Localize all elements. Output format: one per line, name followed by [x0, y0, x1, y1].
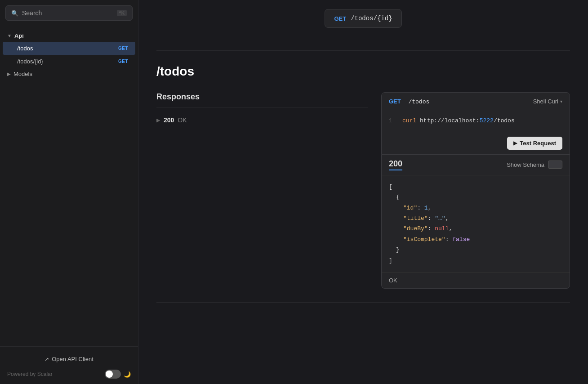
response-status: OK [178, 116, 187, 124]
code-line-1: 1 curl http://localhost:5222/todos [389, 116, 562, 126]
req-method: GET [389, 98, 401, 105]
content-grid: Responses ▶ 200 OK GET /todos Shell Cur [156, 92, 570, 289]
top-endpoint-bar: GET /todos/{id} [325, 9, 401, 28]
nav-section: ▼ Api /todos GET /todos/{id} GET ▶ Model… [0, 26, 138, 346]
top-endpoint-method: GET [334, 15, 346, 22]
lang-label: Shell Curl [533, 98, 558, 105]
curl-cmd: curl [402, 117, 416, 124]
test-request-label: Test Request [520, 140, 556, 147]
code-panel: GET /todos Shell Curl ▾ 1 curl ht [381, 92, 570, 289]
nav-group-models[interactable]: ▶ Models [0, 68, 138, 80]
json-body: [ { "id": 1, "title": "…", "dueBy": null… [382, 175, 570, 272]
powered-by-text: Powered by Scalar [7, 371, 53, 377]
top-banner: GET /todos/{id} [156, 0, 570, 37]
sidebar-item-todos[interactable]: /todos GET [3, 42, 135, 55]
divider-bottom [156, 302, 570, 303]
response-ok-label: OK [382, 272, 570, 288]
nav-item-todos-id-path: /todos/{id} [17, 58, 43, 65]
request-method-path: GET /todos [389, 97, 429, 105]
theme-toggle-wrap: 🌙 [105, 370, 131, 379]
divider-top [156, 50, 570, 51]
search-icon: 🔍 [11, 10, 18, 17]
test-request-wrap: ▶ Test Request [382, 132, 570, 154]
page-title: /todos [156, 64, 570, 79]
responses-heading: Responses [156, 92, 368, 107]
nav-group-api[interactable]: ▼ Api [0, 30, 138, 42]
response-code: 200 [164, 116, 174, 124]
search-shortcut: ^K [117, 10, 127, 16]
responses-section: Responses ▶ 200 OK [156, 92, 368, 127]
search-label: Search [22, 9, 113, 17]
url-path-text: /todos [494, 117, 515, 124]
sidebar-item-todos-id[interactable]: /todos/{id} GET [3, 55, 135, 68]
chevron-right-icon: ▶ [7, 71, 11, 76]
code-text: curl http://localhost:5222/todos [402, 116, 515, 126]
open-api-client-button[interactable]: ↗ Open API Client [5, 352, 133, 366]
test-request-button[interactable]: ▶ Test Request [507, 137, 562, 150]
request-block: GET /todos Shell Curl ▾ 1 curl ht [381, 92, 570, 155]
show-schema-wrap: Show Schema [507, 161, 562, 169]
url-port: 5222 [480, 117, 494, 124]
response-block: 200 Show Schema [ { "id": 1, "title": "…… [381, 155, 570, 289]
response-status-code: 200 [389, 159, 402, 170]
theme-toggle[interactable] [105, 370, 121, 379]
powered-by-row: Powered by Scalar 🌙 [5, 366, 133, 379]
nav-item-todos-method: GET [118, 46, 128, 51]
chevron-down-icon: ▾ [560, 99, 562, 104]
chevron-right-icon: ▶ [156, 117, 160, 123]
json-line-7: } [389, 245, 562, 255]
response-block-header: 200 Show Schema [382, 155, 570, 175]
nav-item-todos-path: /todos [17, 45, 33, 52]
sidebar-footer: ↗ Open API Client Powered by Scalar 🌙 [0, 346, 138, 384]
req-path [403, 98, 406, 105]
sidebar: 🔍 Search ^K ▼ Api /todos GET /todos/{id}… [0, 0, 138, 384]
arrow-icon: ↗ [45, 356, 49, 362]
top-endpoint-path: /todos/{id} [351, 15, 392, 22]
json-line-4: "title": "…", [389, 213, 562, 223]
search-bar[interactable]: 🔍 Search ^K [5, 5, 133, 21]
json-line-6: "isComplete": false [389, 234, 562, 245]
json-line-3: "id": 1, [389, 203, 562, 213]
show-schema-label: Show Schema [507, 161, 544, 168]
code-body: 1 curl http://localhost:5222/todos [382, 110, 570, 132]
play-icon: ▶ [513, 140, 517, 146]
lang-select[interactable]: Shell Curl ▾ [533, 98, 562, 105]
chevron-down-icon: ▼ [7, 33, 12, 38]
nav-item-todos-id-method: GET [118, 59, 128, 64]
url-text: http://localhost: [420, 117, 480, 124]
response-item-200[interactable]: ▶ 200 OK [156, 113, 368, 127]
json-line-1: [ [389, 182, 562, 192]
nav-group-api-label: Api [14, 32, 24, 39]
json-line-2: { [389, 192, 562, 202]
json-line-5: "dueBy": null, [389, 223, 562, 234]
show-schema-toggle[interactable] [548, 161, 562, 169]
line-number: 1 [389, 116, 395, 126]
request-header: GET /todos Shell Curl ▾ [382, 93, 570, 110]
main-content: GET /todos/{id} /todos Responses ▶ 200 O… [138, 0, 588, 384]
json-line-8: ] [389, 255, 562, 266]
req-path-text: /todos [408, 98, 429, 105]
open-api-client-label: Open API Client [52, 356, 94, 362]
nav-models-label: Models [13, 71, 32, 77]
moon-icon: 🌙 [124, 371, 131, 378]
